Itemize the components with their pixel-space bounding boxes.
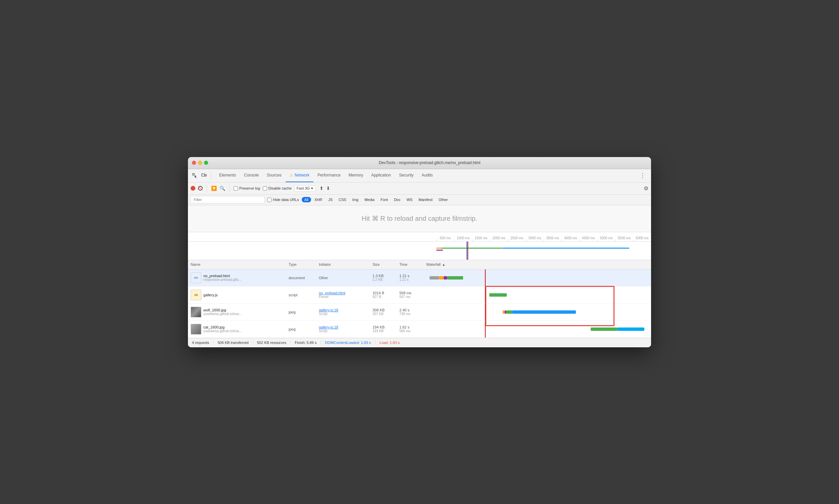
header-time[interactable]: Time <box>399 263 426 266</box>
filter-img[interactable]: Img <box>350 197 361 202</box>
tick-5500: 5500 ms <box>615 236 633 240</box>
disable-cache-checkbox[interactable]: Disable cache <box>263 186 292 191</box>
row2-time: 568 ms 567 ms <box>399 291 426 299</box>
row3-time-sub: 738 ms <box>399 312 426 316</box>
maximize-button[interactable] <box>204 161 208 165</box>
clear-button[interactable]: 🚫 <box>198 186 203 191</box>
minimize-button[interactable] <box>198 161 202 165</box>
row1-size: 1.3 KB 1.2 KB <box>373 274 399 282</box>
dcl-vline <box>466 241 467 260</box>
status-divider3 <box>290 340 291 345</box>
tab-console[interactable]: Console <box>240 169 263 182</box>
divider3 <box>229 184 230 192</box>
filter-icon[interactable]: 🔽 <box>211 185 217 191</box>
network-toolbar: 🚫 🔽 🔍 Preserve log Disable cache Fast 3G… <box>188 182 651 195</box>
header-name[interactable]: Name <box>188 263 289 266</box>
row4-bar-blue <box>618 327 644 331</box>
record-button[interactable] <box>191 186 195 191</box>
row3-name-cell: wolf_1600.jpg yoavweiss.github.io/ima... <box>188 305 289 319</box>
filter-js[interactable]: JS <box>325 197 335 202</box>
row4-initiator-link[interactable]: gallery.js:18 <box>319 325 373 329</box>
status-divider4 <box>321 340 321 345</box>
hide-data-urls-checkbox[interactable]: Hide data URLs <box>267 198 299 202</box>
filter-ws[interactable]: WS <box>404 197 415 202</box>
tab-audits[interactable]: Audits <box>417 169 436 182</box>
status-divider2 <box>253 340 253 345</box>
load-vline <box>467 241 468 260</box>
row4-waterfall <box>426 321 651 338</box>
tab-sources[interactable]: Sources <box>263 169 286 182</box>
more-options-icon[interactable]: ⋮ <box>637 170 648 181</box>
network-table: Name Type Initiator Size Time Waterfall … <box>188 260 651 338</box>
row4-time-sub: 566 ms <box>399 329 426 333</box>
tick-1500: 1500 ms <box>472 236 490 240</box>
device-toolbar-icon[interactable] <box>200 172 208 180</box>
title-bar: DevTools - responsive-preload.glitch.me/… <box>188 157 651 169</box>
close-button[interactable] <box>192 161 196 165</box>
filter-other[interactable]: Other <box>436 197 451 202</box>
header-type[interactable]: Type <box>289 263 319 266</box>
row3-waterfall <box>426 304 651 321</box>
row3-type: jpeg <box>289 310 319 314</box>
header-waterfall[interactable]: Waterfall ▲ <box>426 263 651 266</box>
row1-time-sub: 1.21 s <box>399 278 426 282</box>
tab-network[interactable]: ⚠ Network <box>286 169 314 182</box>
row1-size-main: 1.3 KB <box>373 274 399 278</box>
resources-size: 502 KB resources <box>257 341 286 345</box>
export-button[interactable]: ⬇ <box>326 185 330 191</box>
tab-memory[interactable]: Memory <box>345 169 367 182</box>
inspect-icon[interactable] <box>191 172 199 180</box>
row2-time-sub: 567 ms <box>399 295 426 299</box>
import-button[interactable]: ⬆ <box>320 185 323 191</box>
filter-xhr[interactable]: XHR <box>312 197 325 202</box>
bar-ttfb <box>447 276 463 280</box>
table-row[interactable]: cat_1600.jpg yoavweiss.github.io/ima... … <box>188 321 651 338</box>
top-toolbar: Elements Console Sources ⚠ Network Perfo… <box>188 169 651 182</box>
filter-manifest[interactable]: Manifest <box>416 197 435 202</box>
row4-domain: yoavweiss.github.io/ima... <box>203 329 242 333</box>
settings-icon[interactable]: ⚙ <box>644 185 648 192</box>
toolbar-icons <box>191 172 212 180</box>
svg-rect-0 <box>193 174 194 175</box>
header-initiator[interactable]: Initiator <box>319 263 373 266</box>
tab-application[interactable]: Application <box>367 169 395 182</box>
filter-css[interactable]: CSS <box>336 197 349 202</box>
row4-size-main: 194 KB <box>373 325 399 329</box>
import-export-buttons: ⬆ ⬇ <box>320 185 330 191</box>
throttle-selector[interactable]: Fast 3G ▾ <box>294 185 316 192</box>
table-row[interactable]: JS gallery.js script no_preload.html Par… <box>188 287 651 304</box>
row2-size-sub: 827 B <box>373 295 399 299</box>
row1-load-line <box>485 269 486 286</box>
tab-security[interactable]: Security <box>395 169 417 182</box>
row2-initiator-link[interactable]: no_preload.html <box>319 291 373 295</box>
tab-elements[interactable]: Elements <box>215 169 240 182</box>
row3-domain: yoavweiss.github.io/ima... <box>203 312 242 316</box>
table-header-row: Name Type Initiator Size Time Waterfall … <box>188 260 651 269</box>
row1-time: 1.21 s 1.21 s <box>399 274 426 282</box>
table-row[interactable]: </> no_preload.html responsive-preload.g… <box>188 269 651 287</box>
row3-time-main: 2.40 s <box>399 308 426 312</box>
filter-input[interactable] <box>191 196 265 203</box>
window-title: DevTools - responsive-preload.glitch.me/… <box>212 160 647 165</box>
row4-load-line <box>485 321 486 338</box>
filmstrip-area: Hit ⌘ R to reload and capture filmstrip. <box>188 205 651 232</box>
tick-1000: 1000 ms <box>454 236 472 240</box>
resource-type-filters: All XHR JS CSS Img Media Font Doc WS Man… <box>302 197 451 202</box>
tick-3500: 3500 ms <box>544 236 561 240</box>
row3-size-sub: 307 KB <box>373 312 399 316</box>
traffic-lights <box>192 161 208 165</box>
row4-size-sub: 193 KB <box>373 329 399 333</box>
filter-media[interactable]: Media <box>362 197 377 202</box>
svg-rect-2 <box>205 175 207 176</box>
preserve-log-checkbox[interactable]: Preserve log <box>234 186 260 191</box>
row3-load-line <box>485 304 486 321</box>
table-row[interactable]: wolf_1600.jpg yoavweiss.github.io/ima...… <box>188 304 651 321</box>
tab-performance[interactable]: Performance <box>314 169 345 182</box>
filter-all[interactable]: All <box>302 197 311 202</box>
filter-font[interactable]: Font <box>378 197 391 202</box>
search-icon[interactable]: 🔍 <box>219 185 225 191</box>
divider <box>211 172 211 180</box>
row3-initiator-link[interactable]: gallery.js:18 <box>319 308 373 312</box>
filter-doc[interactable]: Doc <box>391 197 404 202</box>
header-size[interactable]: Size <box>373 263 399 266</box>
